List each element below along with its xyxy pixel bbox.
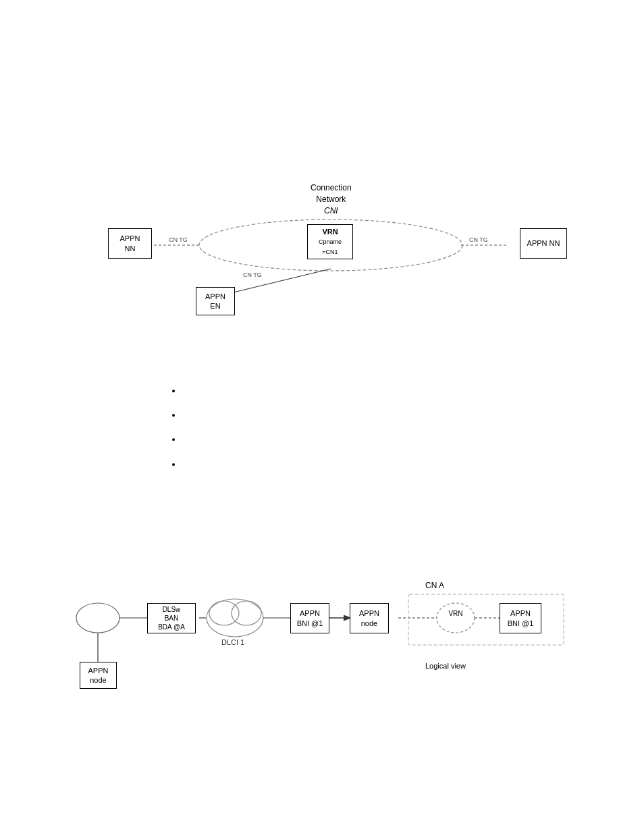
svg-text:CN TG: CN TG (469, 236, 488, 243)
appn-nn-left: APPNNN (108, 228, 152, 259)
svg-point-12 (232, 601, 261, 625)
svg-line-3 (219, 269, 331, 296)
svg-point-17 (437, 603, 475, 633)
bullet-list (169, 385, 574, 483)
bullet-1 (182, 385, 574, 397)
dlsw-ban-box: DLSwBANBDA @A (147, 603, 196, 633)
vrn-cpname: Cpname=CN1 (319, 238, 342, 255)
appn-bni-right-box: APPNBNI @1 (500, 603, 541, 633)
appn-en: APPNEN (196, 287, 235, 315)
bullet-4 (182, 459, 574, 471)
svg-text:CN TG: CN TG (169, 236, 188, 243)
appn-node-bottom-box: APPNnode (80, 662, 117, 689)
vrn-label: VRNCpname=CN1 (319, 227, 342, 257)
appn-nn-right: APPN NN (520, 228, 567, 259)
svg-point-7 (76, 603, 119, 633)
svg-text:CN TG: CN TG (243, 271, 262, 278)
bullet-2 (182, 409, 574, 421)
vrn-d2-label: VRN (445, 610, 466, 617)
page: Connection Network CNI CN TG CN TG CN TG… (0, 0, 644, 834)
appn-bni-left-box: APPNBNI @1 (290, 603, 329, 633)
vrn-box: VRNCpname=CN1 (307, 224, 353, 259)
appn-node-mid-box: APPNnode (350, 603, 389, 633)
svg-text:DLCI 1: DLCI 1 (221, 638, 244, 646)
diagram2-svg: DLCI 1 (68, 574, 581, 709)
bullet-3 (182, 434, 574, 446)
diagram1: Connection Network CNI CN TG CN TG CN TG… (108, 182, 567, 331)
svg-point-11 (209, 601, 239, 625)
diagram2: CN A Logical view (68, 574, 581, 709)
